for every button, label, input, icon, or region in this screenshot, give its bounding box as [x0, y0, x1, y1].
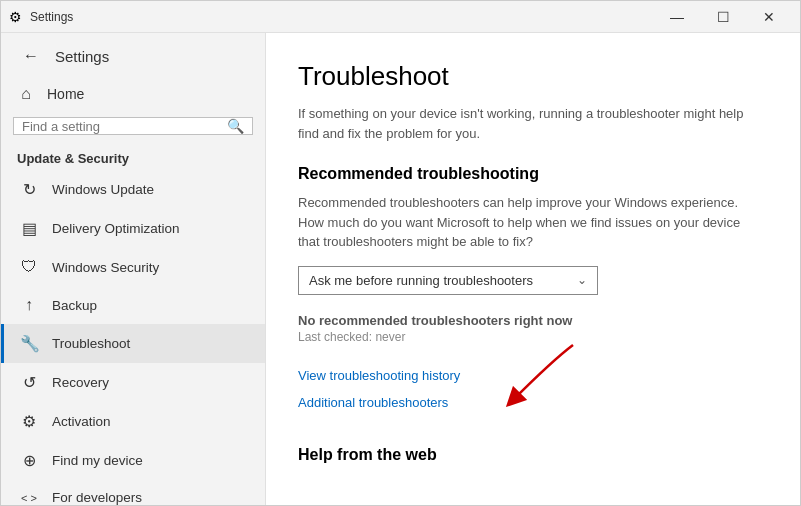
sidebar-item-label: For developers — [52, 490, 142, 505]
windows-security-icon: 🛡 — [20, 258, 38, 276]
backup-icon: ↑ — [20, 296, 38, 314]
find-my-device-icon: ⊕ — [20, 451, 38, 470]
troubleshoot-icon: 🔧 — [20, 334, 38, 353]
sidebar-item-find-my-device[interactable]: ⊕ Find my device — [1, 441, 265, 480]
view-history-link[interactable]: View troubleshooting history — [298, 368, 460, 383]
sidebar-item-label: Backup — [52, 298, 97, 313]
sidebar-item-home[interactable]: ⌂ Home — [1, 75, 265, 113]
sidebar-item-label: Troubleshoot — [52, 336, 130, 351]
additional-troubleshooters-link[interactable]: Additional troubleshooters — [298, 395, 448, 410]
sidebar-item-label: Find my device — [52, 453, 143, 468]
additional-link-row: Additional troubleshooters — [298, 395, 760, 422]
back-button[interactable]: ← — [17, 45, 45, 67]
main-content: ← Settings ⌂ Home 🔍 Update & Security ↻ … — [1, 33, 800, 505]
title-bar-controls: — ☐ ✕ — [654, 1, 792, 33]
troubleshoot-mode-dropdown[interactable]: Ask me before running troubleshooters ⌄ — [298, 266, 598, 295]
search-box: 🔍 — [13, 117, 253, 135]
sidebar-item-label: Windows Security — [52, 260, 159, 275]
section-label: Update & Security — [1, 143, 265, 170]
settings-icon: ⚙ — [9, 9, 22, 25]
sidebar: ← Settings ⌂ Home 🔍 Update & Security ↻ … — [1, 33, 266, 505]
title-bar: ⚙ Settings — ☐ ✕ — [1, 1, 800, 33]
minimize-button[interactable]: — — [654, 1, 700, 33]
sidebar-item-label: Recovery — [52, 375, 109, 390]
search-icon-button[interactable]: 🔍 — [219, 118, 252, 134]
content-description: If something on your device isn't workin… — [298, 104, 760, 143]
delivery-optimization-icon: ▤ — [20, 219, 38, 238]
page-title: Troubleshoot — [298, 61, 760, 92]
title-bar-left: ⚙ Settings — [9, 9, 73, 25]
sidebar-item-troubleshoot[interactable]: 🔧 Troubleshoot — [1, 324, 265, 363]
search-input[interactable] — [14, 119, 219, 134]
dropdown-selected-label: Ask me before running troubleshooters — [309, 273, 533, 288]
sidebar-item-activation[interactable]: ⚙ Activation — [1, 402, 265, 441]
sidebar-item-for-developers[interactable]: < > For developers — [1, 480, 265, 505]
status-text: No recommended troubleshooters right now — [298, 313, 760, 328]
sidebar-item-delivery-optimization[interactable]: ▤ Delivery Optimization — [1, 209, 265, 248]
sidebar-item-windows-update[interactable]: ↻ Windows Update — [1, 170, 265, 209]
close-button[interactable]: ✕ — [746, 1, 792, 33]
windows-update-icon: ↻ — [20, 180, 38, 199]
home-icon: ⌂ — [17, 85, 35, 103]
content-pane: Troubleshoot If something on your device… — [266, 33, 800, 505]
sidebar-item-backup[interactable]: ↑ Backup — [1, 286, 265, 324]
for-developers-icon: < > — [20, 492, 38, 504]
chevron-down-icon: ⌄ — [577, 273, 587, 287]
title-bar-title: Settings — [30, 10, 73, 24]
arrow-annotation — [453, 340, 583, 410]
recommended-section-title: Recommended troubleshooting — [298, 165, 760, 183]
activation-icon: ⚙ — [20, 412, 38, 431]
home-label: Home — [47, 86, 84, 102]
recommended-description: Recommended troubleshooters can help imp… — [298, 193, 760, 252]
sidebar-item-recovery[interactable]: ↺ Recovery — [1, 363, 265, 402]
sidebar-item-label: Delivery Optimization — [52, 221, 180, 236]
sidebar-item-label: Activation — [52, 414, 111, 429]
sidebar-app-title: Settings — [55, 48, 109, 65]
recovery-icon: ↺ — [20, 373, 38, 392]
sidebar-item-label: Windows Update — [52, 182, 154, 197]
help-section-title: Help from the web — [298, 446, 760, 464]
maximize-button[interactable]: ☐ — [700, 1, 746, 33]
sidebar-item-windows-security[interactable]: 🛡 Windows Security — [1, 248, 265, 286]
sidebar-header: ← Settings — [1, 33, 265, 75]
